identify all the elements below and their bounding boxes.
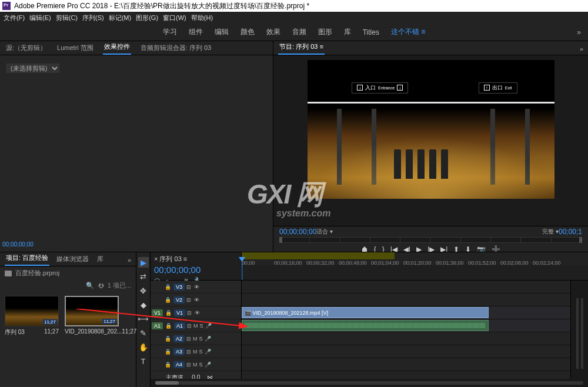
clip-select[interactable]: (未选择剪辑) — [6, 64, 59, 73]
track-a4[interactable] — [242, 358, 570, 371]
lock-icon[interactable] — [165, 322, 172, 329]
project-item[interactable]: 11;27 VID_20190808_202...11;27 — [65, 296, 119, 336]
ruler-handle-right[interactable] — [579, 237, 582, 243]
work-area-bar[interactable] — [242, 252, 395, 259]
lock-icon[interactable] — [164, 283, 172, 291]
ripple-edit-tool[interactable]: ✥ — [138, 285, 149, 296]
audio-clip[interactable] — [242, 320, 489, 331]
track-header-a2[interactable]: A2⊟MS🎤 — [151, 332, 241, 345]
program-tc-left[interactable]: 00;00;00;00 — [279, 228, 316, 236]
ws-library[interactable]: 库 — [344, 27, 351, 37]
ws-audio[interactable]: 音频 — [292, 27, 306, 37]
ws-color[interactable]: 颜色 — [240, 27, 255, 37]
menu-file[interactable]: 文件(F) — [4, 14, 25, 22]
thumbnail: 11;27 — [5, 296, 59, 326]
menu-edit[interactable]: 编辑(E) — [29, 14, 51, 22]
timeline-zoom[interactable] — [151, 379, 588, 387]
playhead[interactable] — [242, 261, 242, 280]
mic-icon[interactable]: 🎤 — [205, 349, 211, 355]
arrow-down-icon: ↓ — [357, 85, 363, 91]
track-v1[interactable]: 🎬 VID_20190808_202128.mp4 [V] — [242, 306, 570, 319]
track-a1[interactable] — [242, 319, 570, 332]
track-header-v3[interactable]: V3⊟ — [151, 281, 241, 293]
ws-effects[interactable]: 效果 — [266, 27, 280, 37]
pen-tool[interactable]: ✎ — [138, 328, 149, 338]
menu-marker[interactable]: 标记(M) — [109, 14, 132, 22]
lock-icon[interactable] — [164, 348, 172, 355]
bin-row[interactable]: 百度经验.prproj — [0, 266, 136, 280]
lock-icon[interactable] — [164, 335, 172, 342]
zoom-fit[interactable]: 适合 ▾ — [316, 228, 333, 236]
tab-library[interactable]: 库 — [96, 252, 105, 266]
menu-clip[interactable]: 剪辑(C) — [56, 14, 78, 22]
audio-meters — [570, 281, 588, 379]
overflow-icon[interactable]: » — [577, 28, 581, 36]
bottom-row: 项目: 百度经验 媒体浏览器 库 » 百度经验.prproj 🔍 ⮋ 1 项已.… — [0, 252, 588, 387]
track-header-a4[interactable]: A4⊟MS🎤 — [151, 358, 241, 371]
zoom-handle[interactable] — [155, 381, 179, 385]
eye-icon[interactable] — [193, 309, 201, 316]
hand-tool[interactable]: ✋ — [138, 342, 149, 352]
track-v2[interactable] — [242, 293, 570, 306]
track-header-v1[interactable]: V1V1⊟ — [151, 306, 241, 319]
tab-program[interactable]: 节目: 序列 03 ≡ — [278, 40, 325, 55]
ws-custom[interactable]: 这个不错 ≡ — [391, 27, 425, 37]
video-clip[interactable]: 🎬 VID_20190808_202128.mp4 [V] — [242, 307, 489, 318]
project-item[interactable]: 11;27 序列 0311;27 — [5, 296, 59, 336]
main-area: 源:（无剪辑） Lumetri 范围 效果控件 音频剪辑混合器: 序列 03 (… — [0, 41, 588, 259]
track-header-a3[interactable]: A3⊟MS🎤 — [151, 345, 241, 358]
bin-name: 百度经验.prproj — [15, 269, 59, 278]
tab-lumetri[interactable]: Lumetri 范围 — [56, 41, 95, 55]
tab-audio-mixer[interactable]: 音频剪辑混合器: 序列 03 — [139, 41, 212, 55]
eye-icon[interactable] — [193, 283, 201, 291]
menu-bar[interactable]: 文件(F) 编辑(E) 剪辑(C) 序列(S) 标记(M) 图形(G) 窗口(W… — [0, 12, 588, 24]
ruler-handle-left[interactable] — [279, 237, 282, 243]
ws-assembly[interactable]: 组件 — [189, 27, 203, 37]
program-monitor-panel: 节目: 序列 03 ≡ » ↓ 入口 Entrance ↓ ↑ 出口 Exit — [273, 41, 588, 259]
lock-icon[interactable] — [164, 361, 172, 368]
folder-icon — [5, 271, 12, 276]
selection-tool[interactable]: ▶ — [138, 257, 149, 268]
menu-graphics[interactable]: 图形(G) — [136, 14, 158, 22]
ws-graphics[interactable]: 图形 — [318, 27, 332, 37]
ws-edit[interactable]: 编辑 — [215, 27, 229, 37]
panel-menu-icon[interactable]: » — [126, 254, 132, 266]
program-monitor[interactable]: ↓ 入口 Entrance ↓ ↑ 出口 Exit — [273, 55, 588, 226]
menu-window[interactable]: 窗口(W) — [163, 14, 186, 22]
menu-sequence[interactable]: 序列(S) — [82, 14, 104, 22]
search-icon[interactable]: 🔍 — [86, 282, 94, 289]
track-v3[interactable] — [242, 281, 570, 293]
eye-icon[interactable] — [193, 296, 201, 303]
tab-project[interactable]: 项目: 百度经验 — [5, 251, 49, 266]
mic-icon[interactable]: 🎤 — [205, 323, 212, 329]
tab-source[interactable]: 源:（无剪辑） — [5, 41, 48, 55]
mini-ruler[interactable] — [279, 237, 582, 243]
project-panel: 项目: 百度经验 媒体浏览器 库 » 百度经验.prproj 🔍 ⮋ 1 项已.… — [0, 252, 136, 387]
track-header-v2[interactable]: V2⊟ — [151, 293, 241, 306]
ws-titles[interactable]: Titles — [363, 28, 379, 36]
track-header-a1[interactable]: A1A1⊟MS🎤 — [151, 319, 241, 332]
tab-effect-controls[interactable]: 效果控件 — [103, 40, 131, 55]
track-master[interactable] — [242, 371, 570, 379]
lock-icon[interactable] — [164, 296, 172, 303]
slip-tool[interactable]: ⟷ — [138, 313, 149, 324]
razor-tool[interactable]: ◆ — [138, 299, 149, 310]
type-tool[interactable]: T — [138, 356, 149, 366]
mic-icon[interactable]: 🎤 — [205, 336, 211, 342]
filter-icon[interactable]: ⮋ — [98, 282, 104, 289]
mic-icon[interactable]: 🎤 — [205, 362, 211, 368]
sequence-title[interactable]: × 序列 03 ≡ — [154, 255, 238, 263]
lock-icon[interactable] — [165, 309, 172, 316]
tab-media-browser[interactable]: 媒体浏览器 — [55, 252, 90, 266]
timeline-tc[interactable]: 00;00;00;00 — [154, 265, 238, 275]
track-header-master[interactable]: 主声道 0.0 ⋈ — [151, 371, 241, 379]
track-a3[interactable] — [242, 345, 570, 358]
menu-help[interactable]: 帮助(H) — [191, 14, 213, 22]
track-area[interactable]: 导入素材置入序列 🎬 VID_20190808_202128.mp4 [V] — [242, 281, 570, 379]
panel-menu-icon[interactable]: » — [579, 43, 584, 55]
track-a2[interactable] — [242, 332, 570, 345]
timeline-ruler[interactable]: 00;00 00;00;16;00 00;00;32;00 00;00;48;0… — [242, 252, 588, 265]
resolution-dropdown[interactable]: 完整 ▾ — [542, 228, 559, 236]
ws-learn[interactable]: 学习 — [163, 27, 177, 37]
track-select-tool[interactable]: ⇄ — [138, 271, 149, 282]
